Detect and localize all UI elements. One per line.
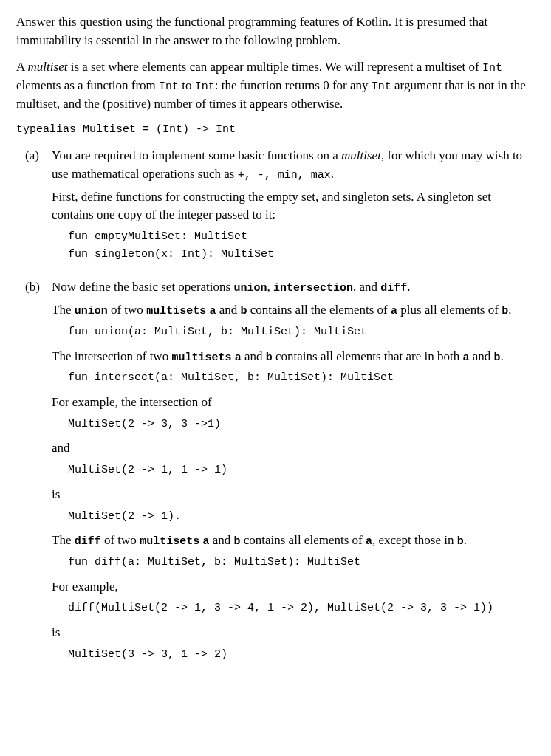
op-union: union: [75, 305, 108, 317]
text: contains all the elements of: [247, 303, 391, 317]
text: to: [179, 78, 195, 92]
item-label-a: (a): [25, 147, 52, 165]
var-b: b: [502, 305, 508, 317]
term-multiset: multiset: [28, 60, 68, 74]
var-a: a: [235, 351, 242, 364]
text: You are required to implement some basic…: [52, 148, 341, 162]
a-code-empty: fun emptyMultiSet: MultiSet: [68, 229, 535, 245]
term-multisets: multisets: [171, 351, 231, 364]
intersect-example-pre: For example, the intersection of: [52, 394, 535, 412]
intersect-paragraph: The intersection of two multisets a and …: [52, 348, 535, 366]
intro-paragraph-2: A multiset is a set where elements can a…: [16, 58, 535, 113]
text: of two: [108, 303, 146, 317]
op-union: union: [233, 282, 267, 295]
type-int: Int: [372, 80, 391, 93]
intersect-result: MultiSet(2 -> 1).: [68, 509, 535, 525]
diff-result: MultiSet(3 -> 3, 1 -> 2): [68, 647, 535, 663]
text: , and: [353, 280, 380, 294]
item-body-b: Now define the basic set operations unio…: [52, 278, 535, 670]
text: and: [209, 533, 233, 547]
intersect-example-a: MultiSet(2 -> 3, 3 ->1): [68, 416, 535, 433]
union-paragraph: The union of two multisets a and b conta…: [52, 301, 535, 320]
intersect-example-b: MultiSet(2 -> 1, 1 -> 1): [68, 462, 535, 478]
text: and: [470, 349, 494, 363]
diff-paragraph: The diff of two multisets a and b contai…: [52, 532, 535, 550]
text: The intersection of two: [52, 349, 171, 363]
var-b: b: [457, 535, 464, 548]
text: Now define the basic set operations: [52, 280, 233, 294]
text: is a set where elements can appear multi…: [67, 60, 482, 74]
term-multisets: multisets: [146, 305, 206, 317]
op-diff: diff: [380, 282, 407, 295]
op-intersection: intersection: [273, 282, 353, 295]
text: A: [16, 60, 28, 74]
diff-example-call: diff(MultiSet(2 -> 1, 3 -> 4, 1 -> 2), M…: [68, 600, 535, 616]
text: : the function returns 0 for any: [215, 78, 372, 92]
text: plus all elements of: [397, 303, 502, 317]
diff-example-pre: For example,: [52, 578, 535, 597]
text: and: [216, 303, 240, 317]
item-body-a: You are required to implement some basic…: [52, 147, 535, 269]
a-code-singleton: fun singleton(x: Int): MultiSet: [68, 247, 535, 263]
text: .: [464, 533, 467, 547]
item-a: (a) You are required to implement some b…: [25, 147, 535, 269]
a-paragraph-1: You are required to implement some basic…: [52, 147, 535, 183]
text: contains all elements of: [240, 533, 365, 547]
question-list: (a) You are required to implement some b…: [25, 147, 535, 670]
op-diff: diff: [75, 535, 101, 548]
intersect-is: is: [52, 486, 535, 504]
text: , except those in: [372, 533, 457, 547]
ops-list: +, -, min, max: [238, 169, 331, 182]
var-a: a: [391, 305, 397, 317]
typealias-code: typealias Multiset = (Int) -> Int: [16, 122, 535, 138]
text: .: [508, 303, 511, 317]
term-multisets: multisets: [140, 535, 199, 548]
text: .: [407, 280, 410, 294]
text: ,: [267, 280, 273, 294]
intersect-code: fun intersect(a: MultiSet, b: MultiSet):…: [68, 370, 535, 386]
a-paragraph-2: First, define functions for constructing…: [52, 188, 535, 224]
var-a: a: [366, 535, 372, 548]
item-b: (b) Now define the basic set operations …: [25, 278, 535, 670]
item-label-b: (b): [25, 278, 52, 297]
text: contains all elements that are in both: [273, 349, 463, 363]
union-code: fun union(a: MultiSet, b: MultiSet): Mul…: [68, 324, 535, 340]
var-a: a: [463, 351, 470, 364]
type-int: Int: [195, 80, 215, 93]
text: .: [331, 167, 334, 181]
text: .: [501, 349, 504, 363]
var-b: b: [494, 351, 501, 364]
diff-is: is: [52, 624, 535, 642]
text: The: [52, 303, 75, 317]
var-b: b: [266, 351, 273, 364]
b-paragraph-1: Now define the basic set operations unio…: [52, 278, 535, 297]
text: The: [52, 533, 75, 547]
intersect-and: and: [52, 439, 535, 458]
type-int: Int: [482, 62, 502, 75]
text: and: [242, 349, 266, 363]
intro-paragraph-1: Answer this question using the functiona…: [16, 13, 535, 49]
text: of two: [101, 533, 140, 547]
term-multiset: multiset: [341, 148, 381, 162]
text: elements as a function from: [16, 78, 159, 92]
diff-code: fun diff(a: MultiSet, b: MultiSet): Mult…: [68, 554, 535, 571]
type-int: Int: [159, 80, 179, 93]
